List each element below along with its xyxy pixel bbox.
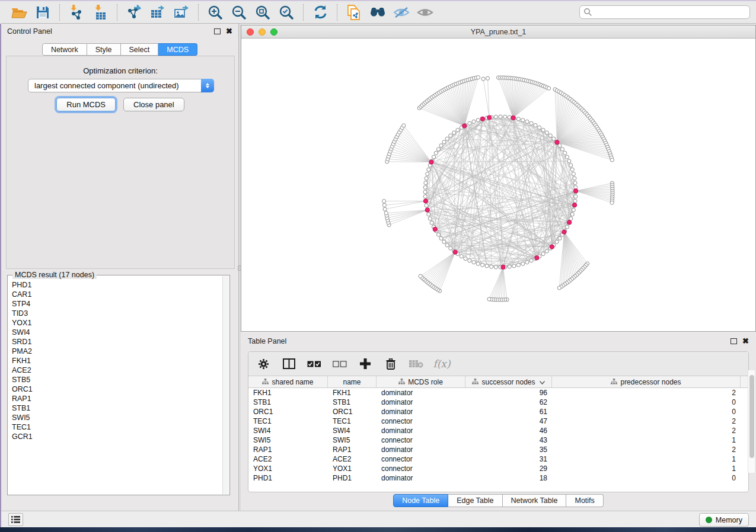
- cell-successor_nodes[interactable]: 47: [465, 416, 552, 426]
- deselect-all-columns-button[interactable]: [332, 356, 347, 371]
- column-header-successor-nodes[interactable]: successor nodes: [465, 376, 552, 387]
- table-scrollbar-thumb[interactable]: [749, 375, 754, 458]
- export-network-button[interactable]: [122, 3, 146, 22]
- cell-name[interactable]: ORC1: [328, 407, 377, 416]
- table-row[interactable]: ACE2ACE2connector311: [248, 454, 748, 464]
- cell-name[interactable]: PHD1: [328, 473, 377, 483]
- delete-column-button[interactable]: [383, 356, 398, 371]
- cell-shared_name[interactable]: ACE2: [248, 454, 328, 464]
- result-node-item[interactable]: SRD1: [12, 337, 222, 347]
- hide-selected-button[interactable]: [390, 3, 413, 22]
- cell-successor_nodes[interactable]: 62: [465, 398, 552, 407]
- result-node-item[interactable]: RAP1: [12, 394, 222, 403]
- table-settings-button[interactable]: [256, 356, 271, 371]
- zoom-fit-button[interactable]: [251, 3, 275, 22]
- result-node-item[interactable]: FKH1: [12, 356, 222, 366]
- result-node-item[interactable]: GCR1: [12, 432, 222, 441]
- float-panel-icon[interactable]: [214, 28, 221, 34]
- close-panel-icon[interactable]: ✖: [742, 338, 749, 344]
- result-node-item[interactable]: SWI4: [12, 328, 222, 337]
- tab-mcds[interactable]: MCDS: [158, 43, 197, 56]
- network-window-titlebar[interactable]: YPA_prune.txt_1: [241, 25, 755, 39]
- cell-mcds_role[interactable]: connector: [377, 435, 465, 445]
- search-box[interactable]: [579, 5, 750, 19]
- cell-name[interactable]: ACE2: [328, 454, 377, 464]
- cell-predecessor_nodes[interactable]: 1: [552, 454, 741, 464]
- cell-successor_nodes[interactable]: 61: [465, 407, 552, 416]
- mcds-result-list[interactable]: PHD1CAR1STP4TID3YOX1SWI4SRD1PMA2FKH1ACE2…: [8, 279, 222, 494]
- tab-network[interactable]: Network: [42, 43, 87, 56]
- column-header-name[interactable]: name: [328, 376, 377, 387]
- cell-shared_name[interactable]: FKH1: [248, 388, 328, 398]
- cell-predecessor_nodes[interactable]: 2: [552, 445, 741, 454]
- cell-successor_nodes[interactable]: 35: [465, 445, 552, 454]
- table-row[interactable]: SWI5SWI5connector431: [248, 435, 748, 445]
- tab-motifs[interactable]: Motifs: [566, 494, 603, 507]
- cell-mcds_role[interactable]: connector: [377, 454, 465, 464]
- import-network-button[interactable]: [65, 3, 88, 22]
- cell-name[interactable]: TEC1: [328, 416, 377, 426]
- tab-node-table[interactable]: Node Table: [393, 494, 448, 507]
- cell-mcds_role[interactable]: dominator: [377, 473, 465, 483]
- tab-edge-table[interactable]: Edge Table: [448, 494, 502, 507]
- cell-name[interactable]: SWI5: [328, 435, 377, 445]
- cell-shared_name[interactable]: STB1: [248, 398, 328, 407]
- save-session-button[interactable]: [31, 3, 55, 22]
- table-row[interactable]: ORC1ORC1dominator610: [248, 407, 748, 416]
- cell-successor_nodes[interactable]: 31: [465, 454, 552, 464]
- show-all-button[interactable]: [413, 3, 437, 22]
- result-node-item[interactable]: STP4: [12, 299, 222, 309]
- sort-descending-icon[interactable]: [540, 378, 545, 386]
- table-row[interactable]: TEC1TEC1connector472: [248, 416, 748, 426]
- network-canvas[interactable]: [241, 39, 755, 331]
- run-mcds-button[interactable]: Run MCDS: [56, 98, 116, 111]
- table-row[interactable]: SWI4SWI4dominator462: [248, 426, 748, 435]
- cell-predecessor_nodes[interactable]: 0: [552, 473, 741, 483]
- export-image-button[interactable]: [170, 3, 193, 22]
- cell-shared_name[interactable]: RAP1: [248, 445, 328, 454]
- cell-successor_nodes[interactable]: 96: [465, 388, 552, 398]
- float-panel-icon[interactable]: [731, 338, 737, 344]
- cell-shared_name[interactable]: YOX1: [248, 464, 328, 473]
- column-header-shared-name[interactable]: shared name: [248, 376, 328, 387]
- cell-predecessor_nodes[interactable]: 0: [552, 398, 741, 407]
- table-row[interactable]: FKH1FKH1dominator962: [248, 388, 748, 398]
- show-panels-menu-button[interactable]: [8, 513, 23, 526]
- cell-mcds_role[interactable]: dominator: [377, 445, 465, 454]
- result-node-item[interactable]: ACE2: [12, 366, 222, 375]
- network-graph[interactable]: [241, 39, 755, 331]
- cell-shared_name[interactable]: TEC1: [248, 416, 328, 426]
- open-file-button[interactable]: [7, 3, 31, 22]
- tab-select[interactable]: Select: [121, 43, 159, 56]
- result-node-item[interactable]: ORC1: [12, 384, 222, 394]
- table-row[interactable]: YOX1YOX1connector291: [248, 464, 748, 473]
- table-row[interactable]: STB1STB1dominator620: [248, 398, 748, 407]
- cell-mcds_role[interactable]: dominator: [377, 426, 465, 435]
- cell-successor_nodes[interactable]: 46: [465, 426, 552, 435]
- search-input[interactable]: [592, 7, 746, 18]
- result-node-item[interactable]: TEC1: [12, 422, 222, 432]
- cell-successor_nodes[interactable]: 18: [465, 473, 552, 483]
- cell-shared_name[interactable]: PHD1: [248, 473, 328, 483]
- cell-predecessor_nodes[interactable]: 1: [552, 435, 741, 445]
- result-node-item[interactable]: SWI5: [12, 413, 222, 422]
- result-node-item[interactable]: STB1: [12, 403, 222, 413]
- tab-style[interactable]: Style: [87, 43, 121, 56]
- cell-name[interactable]: RAP1: [328, 445, 377, 454]
- result-node-item[interactable]: TID3: [12, 309, 222, 318]
- zoom-selected-button[interactable]: [275, 3, 298, 22]
- cell-mcds_role[interactable]: dominator: [377, 407, 465, 416]
- close-panel-button[interactable]: Close panel: [123, 98, 184, 111]
- cell-predecessor_nodes[interactable]: 2: [552, 426, 741, 435]
- cell-name[interactable]: SWI4: [328, 426, 377, 435]
- refresh-view-button[interactable]: [308, 3, 332, 22]
- export-table-button[interactable]: [146, 3, 170, 22]
- result-node-item[interactable]: PHD1: [12, 280, 222, 290]
- column-header-predecessor-nodes[interactable]: predecessor nodes: [552, 376, 741, 387]
- cell-mcds_role[interactable]: dominator: [377, 398, 465, 407]
- table-row[interactable]: PHD1PHD1dominator180: [248, 473, 748, 483]
- import-table-button[interactable]: [88, 3, 112, 22]
- cell-predecessor_nodes[interactable]: 0: [552, 407, 741, 416]
- table-row[interactable]: RAP1RAP1dominator352: [248, 445, 748, 454]
- cell-successor_nodes[interactable]: 43: [465, 435, 552, 445]
